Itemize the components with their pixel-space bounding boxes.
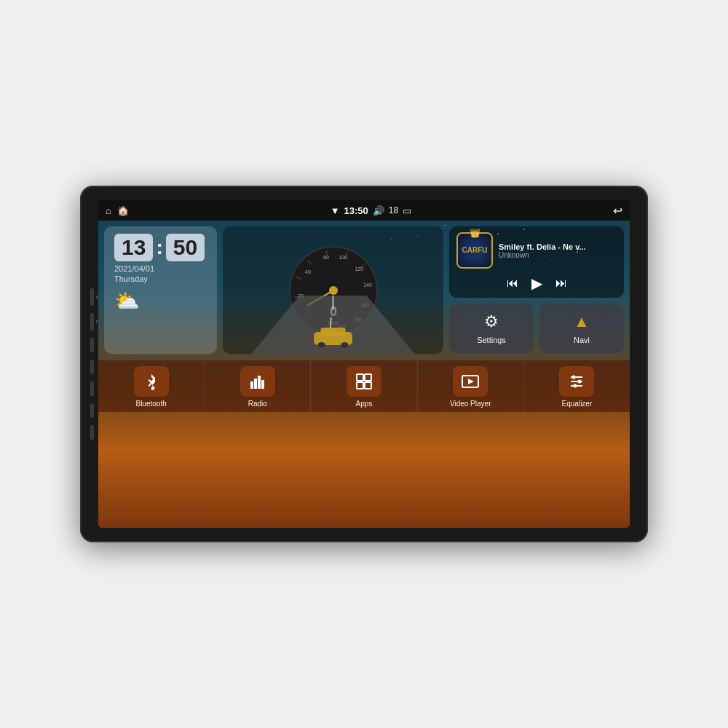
svg-rect-30 — [258, 376, 261, 389]
music-album-art: 👑 CARFU — [456, 232, 493, 269]
svg-point-18 — [329, 286, 338, 295]
mic-button[interactable]: MIC — [90, 288, 94, 306]
clock-minutes: 50 — [166, 234, 205, 261]
home-icon[interactable]: ⌂ — [106, 205, 111, 216]
video-player-icon — [462, 373, 479, 390]
navi-button[interactable]: ▲ Navi — [539, 304, 624, 353]
settings-button[interactable]: ⚙ Settings — [449, 304, 534, 353]
side-buttons: MIC RST — [90, 186, 94, 542]
volume-icon: 🔊 — [373, 205, 384, 216]
svg-text:40: 40 — [305, 269, 311, 274]
music-title: Smiley ft. Delia - Ne v... — [499, 242, 617, 251]
widgets-row: 13 : 50 2021/04/01 Thursday ⛅ — [98, 221, 630, 360]
video-player-label: Video Player — [450, 400, 491, 408]
volume-level: 18 — [389, 205, 398, 215]
svg-rect-31 — [261, 380, 264, 389]
vol-down-button[interactable] — [90, 425, 94, 440]
screen: ⌂ 🏠 ▼ 13:50 🔊 18 ▭ ↩ — [98, 200, 630, 528]
right-panel: 👑 CARFU Smiley ft. Delia - Ne v... Unkno… — [449, 226, 624, 354]
main-content: 13 : 50 2021/04/01 Thursday ⛅ — [98, 221, 630, 528]
clock-hours: 13 — [114, 234, 153, 261]
svg-text:80: 80 — [323, 255, 329, 260]
clock-date: 2021/04/01 — [114, 264, 207, 273]
bluetooth-dock-item[interactable]: Bluetooth — [98, 360, 205, 412]
svg-text:120: 120 — [355, 266, 363, 272]
status-time: 13:50 — [344, 205, 368, 216]
back-side-button[interactable] — [90, 381, 94, 396]
settings-label: Settings — [477, 336, 506, 344]
bluetooth-icon — [143, 373, 160, 390]
svg-point-40 — [578, 380, 582, 384]
play-button[interactable]: ▶ — [531, 274, 542, 292]
clock-display: 13 : 50 — [114, 234, 207, 261]
status-right: ↩ — [613, 204, 622, 218]
clock-widget: 13 : 50 2021/04/01 Thursday ⛅ — [104, 226, 217, 354]
next-track-button[interactable]: ⏭ — [555, 277, 567, 290]
android-icon[interactable]: 🏠 — [117, 205, 129, 216]
video-player-dock-item[interactable]: Video Player — [418, 360, 524, 412]
bottom-dock: Bluetooth Radio — [98, 360, 630, 412]
video-player-icon-wrap — [453, 366, 488, 397]
home-side-button[interactable] — [90, 360, 94, 374]
speedometer-widget: 20 40 80 100 120 140 160 200 240 — [223, 226, 443, 354]
svg-rect-34 — [357, 382, 363, 389]
svg-point-38 — [572, 376, 576, 379]
svg-text:140: 140 — [363, 282, 372, 288]
clock-day: Thursday — [114, 274, 207, 283]
prev-track-button[interactable]: ⏮ — [507, 277, 518, 290]
equalizer-label: Equalizer — [562, 400, 593, 408]
battery-icon: ▭ — [403, 205, 411, 216]
music-artist: Unknown — [499, 251, 617, 259]
radio-icon — [249, 373, 266, 390]
road-scene — [223, 296, 443, 354]
music-controls: ⏮ ▶ ⏭ — [456, 274, 617, 292]
equalizer-icon — [568, 373, 585, 390]
equalizer-dock-item[interactable]: Equalizer — [524, 360, 630, 412]
music-widget: 👑 CARFU Smiley ft. Delia - Ne v... Unkno… — [449, 226, 624, 298]
svg-rect-28 — [250, 381, 253, 389]
svg-rect-35 — [365, 382, 371, 389]
weather-icon: ⛅ — [114, 289, 207, 313]
bluetooth-icon-wrap — [134, 366, 169, 397]
wifi-icon: ▼ — [331, 205, 340, 216]
status-bar: ⌂ 🏠 ▼ 13:50 🔊 18 ▭ ↩ — [98, 200, 630, 221]
svg-rect-32 — [357, 374, 363, 381]
navi-label: Navi — [574, 336, 590, 344]
power-button[interactable] — [90, 338, 94, 352]
vol-up-button[interactable] — [90, 403, 94, 418]
svg-point-42 — [574, 384, 577, 388]
music-info: Smiley ft. Delia - Ne v... Unknown — [499, 242, 617, 259]
car-head-unit: MIC RST ⌂ 🏠 ▼ 1 — [80, 186, 648, 542]
svg-point-26 — [317, 342, 325, 348]
music-top: 👑 CARFU Smiley ft. Delia - Ne v... Unkno… — [456, 232, 617, 269]
equalizer-icon-wrap — [559, 366, 594, 397]
carfu-logo: CARFU — [462, 246, 488, 255]
apps-dock-item[interactable]: Apps — [311, 360, 417, 412]
svg-point-27 — [341, 342, 349, 348]
radio-dock-item[interactable]: Radio — [205, 360, 311, 412]
apps-icon-wrap — [347, 366, 381, 397]
svg-rect-29 — [254, 379, 257, 389]
apps-icon — [355, 373, 373, 390]
back-icon[interactable]: ↩ — [613, 204, 622, 218]
status-center: ▼ 13:50 🔊 18 ▭ — [331, 205, 411, 216]
status-left: ⌂ 🏠 — [106, 205, 129, 216]
radio-icon-wrap — [240, 366, 275, 397]
apps-label: Apps — [356, 400, 373, 408]
settings-icon: ⚙ — [484, 312, 499, 331]
navi-icon: ▲ — [574, 312, 590, 331]
rst-button[interactable]: RST — [90, 313, 94, 331]
radio-label: Radio — [248, 400, 267, 408]
action-buttons: ⚙ Settings ▲ Navi — [449, 304, 624, 353]
svg-rect-25 — [320, 328, 345, 336]
crown-icon: 👑 — [470, 228, 480, 238]
svg-rect-33 — [365, 374, 371, 381]
bluetooth-label: Bluetooth — [135, 400, 166, 408]
